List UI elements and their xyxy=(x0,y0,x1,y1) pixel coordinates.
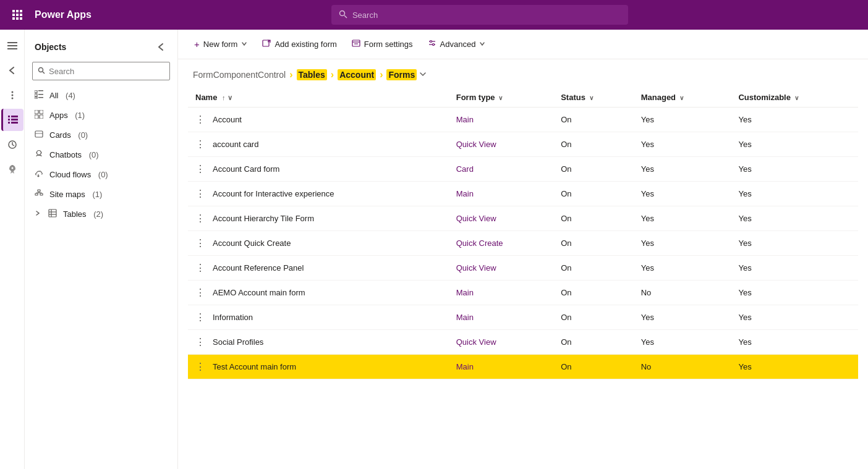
row-name-cell: ⋮Account Reference Panel xyxy=(188,256,449,281)
row-form-type-link[interactable]: Quick View xyxy=(456,263,496,273)
col-status[interactable]: Status ∨ xyxy=(553,88,634,108)
row-context-menu-icon[interactable]: ⋮ xyxy=(195,262,205,274)
row-form-type-link[interactable]: Main xyxy=(456,189,474,198)
breadcrumb-forms[interactable]: Forms xyxy=(386,69,417,80)
all-icon xyxy=(35,90,45,101)
svg-rect-11 xyxy=(7,42,17,43)
row-name-text[interactable]: Account xyxy=(213,115,242,124)
row-name-text[interactable]: Social Profiles xyxy=(213,337,263,347)
row-context-menu-icon[interactable]: ⋮ xyxy=(195,138,205,150)
row-form-type-link[interactable]: Quick View xyxy=(456,140,496,149)
row-context-menu-icon[interactable]: ⋮ xyxy=(195,213,205,224)
add-existing-form-button[interactable]: Add existing form xyxy=(256,35,343,53)
row-context-menu-icon[interactable]: ⋮ xyxy=(195,336,205,348)
row-name-text[interactable]: Information xyxy=(213,313,253,322)
row-name-text[interactable]: account card xyxy=(213,140,258,149)
row-managed-cell: Yes xyxy=(634,108,731,132)
breadcrumb-form-component[interactable]: FormComponentControl xyxy=(193,70,286,80)
row-managed-cell: No xyxy=(634,355,731,379)
waffle-icon[interactable] xyxy=(7,5,27,25)
row-context-menu-icon[interactable]: ⋮ xyxy=(195,287,205,298)
svg-rect-32 xyxy=(38,97,43,98)
col-form-type[interactable]: Form type ∨ xyxy=(449,88,553,108)
row-managed-cell: Yes xyxy=(634,182,731,206)
row-name-text[interactable]: Account Quick Create xyxy=(213,239,291,248)
row-name-text[interactable]: Account Card form xyxy=(213,164,279,174)
row-managed-cell: No xyxy=(634,281,731,305)
row-context-menu-icon[interactable]: ⋮ xyxy=(195,237,205,249)
breadcrumb-account[interactable]: Account xyxy=(338,69,376,80)
sidebar-item-all-label: All xyxy=(49,91,58,100)
svg-rect-21 xyxy=(8,122,10,124)
breadcrumb-dropdown-icon[interactable] xyxy=(419,70,427,80)
svg-rect-4 xyxy=(16,14,19,16)
row-form-type-link[interactable]: Main xyxy=(456,288,474,297)
top-search-input[interactable] xyxy=(352,11,621,20)
sidebar-item-chatbots[interactable]: Chatbots (0) xyxy=(25,145,177,164)
row-context-menu-icon[interactable]: ⋮ xyxy=(195,114,205,125)
history-icon[interactable] xyxy=(1,133,23,156)
svg-point-39 xyxy=(37,150,41,154)
svg-point-59 xyxy=(430,41,432,43)
row-form-type-link[interactable]: Quick Create xyxy=(456,239,503,248)
row-form-type-cell: Quick View xyxy=(449,132,553,157)
top-search-bar[interactable] xyxy=(331,5,628,25)
form-settings-button[interactable]: Form settings xyxy=(346,35,419,53)
row-managed-cell: Yes xyxy=(634,132,731,157)
chatbots-icon xyxy=(35,150,45,160)
advanced-chevron xyxy=(479,41,485,48)
menu-icon[interactable] xyxy=(1,35,23,57)
row-form-type-link[interactable]: Main xyxy=(456,115,474,124)
breadcrumb-tables[interactable]: Tables xyxy=(297,69,327,80)
sidebar-item-all[interactable]: All (4) xyxy=(25,85,177,105)
tables-expand-icon[interactable] xyxy=(35,210,41,218)
svg-rect-34 xyxy=(40,110,43,114)
table-row: ⋮AccountMainOnYesYes xyxy=(188,108,858,132)
row-name-text[interactable]: Account Reference Panel xyxy=(213,263,304,273)
row-form-type-cell: Main xyxy=(449,281,553,305)
table-row: ⋮InformationMainOnYesYes xyxy=(188,305,858,330)
sidebar-close-button[interactable] xyxy=(153,38,170,56)
back-icon[interactable] xyxy=(1,59,23,82)
row-context-menu-icon[interactable]: ⋮ xyxy=(195,163,205,175)
row-context-menu-icon[interactable]: ⋮ xyxy=(195,311,205,323)
row-form-type-link[interactable]: Quick View xyxy=(456,214,496,223)
sidebar-item-cards[interactable]: Cards (0) xyxy=(25,125,177,145)
row-context-menu-icon[interactable]: ⋮ xyxy=(195,188,205,200)
more-dots-icon[interactable] xyxy=(1,84,23,106)
row-context-menu-icon[interactable]: ⋮ xyxy=(195,361,205,373)
rocket-icon[interactable] xyxy=(1,158,23,180)
svg-rect-6 xyxy=(12,17,15,20)
row-name-text[interactable]: Account for Interactive experience xyxy=(213,189,334,198)
sidebar-item-all-count: (4) xyxy=(63,91,75,100)
row-form-type-link[interactable]: Quick View xyxy=(456,337,496,347)
row-status-cell: On xyxy=(553,182,634,206)
row-form-type-link[interactable]: Main xyxy=(456,313,474,322)
col-name[interactable]: Name ↑ ∨ xyxy=(188,88,449,108)
sidebar-search-box[interactable] xyxy=(32,62,170,80)
col-customizable[interactable]: Customizable ∨ xyxy=(731,88,858,108)
row-status-cell: On xyxy=(553,330,634,355)
row-customizable-cell: Yes xyxy=(731,231,858,256)
sidebar-item-tables-count: (2) xyxy=(91,209,104,219)
row-name-text[interactable]: AEMO Account main form xyxy=(213,288,305,297)
row-name-text[interactable]: Test Account main form xyxy=(213,362,296,371)
new-form-chevron xyxy=(241,41,247,48)
sidebar-item-tables[interactable]: Tables (2) xyxy=(25,204,177,224)
new-form-button[interactable]: + New form xyxy=(188,35,253,53)
table-row: ⋮Test Account main formMainOnNoYes xyxy=(188,355,858,379)
advanced-button[interactable]: Advanced xyxy=(422,35,492,53)
col-managed[interactable]: Managed ∨ xyxy=(634,88,731,108)
sidebar-item-apps[interactable]: Apps (1) xyxy=(25,105,177,125)
row-form-type-link[interactable]: Main xyxy=(456,362,474,371)
row-form-type-cell: Quick Create xyxy=(449,231,553,256)
svg-point-24 xyxy=(11,167,13,169)
breadcrumb: FormComponentControl › Tables › Account … xyxy=(178,59,868,88)
list-view-icon[interactable] xyxy=(1,109,23,131)
row-form-type-link[interactable]: Card xyxy=(456,164,474,174)
svg-point-15 xyxy=(11,95,13,96)
row-name-text[interactable]: Account Hierarchy Tile Form xyxy=(213,214,314,223)
sidebar-item-cloud-flows[interactable]: Cloud flows (0) xyxy=(25,164,177,184)
sidebar-search-input[interactable] xyxy=(49,67,164,76)
sidebar-item-site-maps[interactable]: Site maps (1) xyxy=(25,184,177,204)
